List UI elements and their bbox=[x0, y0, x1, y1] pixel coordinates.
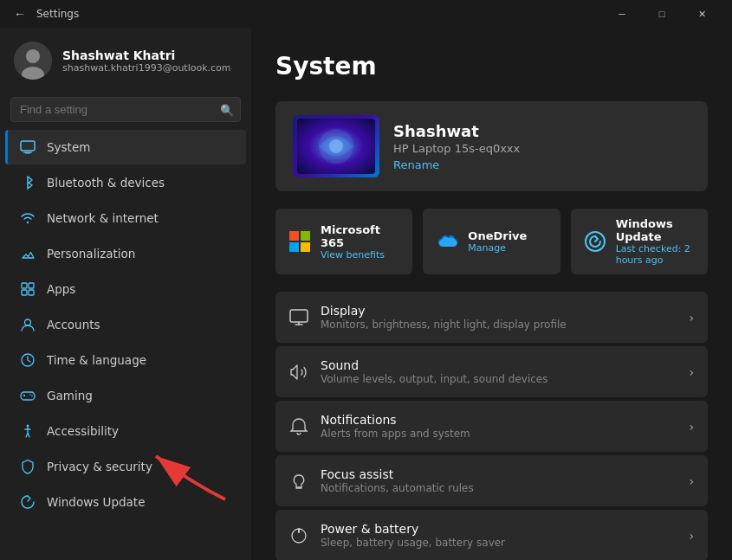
quick-action-ms365[interactable]: Microsoft 365 View benefits bbox=[275, 209, 412, 274]
settings-item-power[interactable]: Power & battery Sleep, battery usage, ba… bbox=[275, 510, 708, 560]
page-title: System bbox=[275, 52, 708, 80]
settings-item-focus[interactable]: Focus assist Notifications, automatic ru… bbox=[275, 455, 708, 506]
sidebar-item-accessibility[interactable]: Accessibility bbox=[5, 414, 246, 448]
onedrive-subtitle[interactable]: Manage bbox=[468, 242, 527, 254]
focus-text: Focus assist Notifications, automatic ru… bbox=[321, 467, 677, 494]
display-title: Display bbox=[321, 304, 677, 318]
sidebar-item-bluetooth[interactable]: Bluetooth & devices bbox=[5, 165, 246, 200]
window-controls: ─ □ ✕ bbox=[602, 0, 722, 28]
sidebar-item-personalization[interactable]: Personalization bbox=[5, 236, 246, 271]
app-title: Settings bbox=[36, 8, 79, 20]
svg-rect-8 bbox=[29, 283, 34, 288]
close-button[interactable]: ✕ bbox=[682, 0, 722, 28]
content-area: System bbox=[251, 28, 732, 560]
focus-title: Focus assist bbox=[321, 467, 677, 481]
accounts-icon bbox=[19, 316, 36, 333]
power-title: Power & battery bbox=[321, 522, 677, 536]
svg-rect-7 bbox=[22, 283, 27, 288]
svg-point-19 bbox=[27, 425, 29, 428]
main-layout: Shashwat Khatri shashwat.khatri1993@outl… bbox=[0, 28, 732, 560]
settings-item-notifications[interactable]: Notifications Alerts from apps and syste… bbox=[275, 401, 708, 452]
system-icon bbox=[19, 138, 36, 156]
winupdate-icon bbox=[583, 229, 607, 254]
gaming-icon bbox=[19, 387, 36, 404]
sidebar-label-time: Time & language bbox=[47, 353, 146, 367]
svg-rect-23 bbox=[289, 231, 299, 241]
settings-item-display[interactable]: Display Monitors, brightness, night ligh… bbox=[275, 292, 708, 343]
svg-point-1 bbox=[26, 49, 40, 63]
user-name: Shashwat Khatri bbox=[62, 48, 231, 62]
accessibility-icon bbox=[19, 422, 36, 440]
svg-rect-28 bbox=[290, 310, 308, 322]
svg-point-11 bbox=[25, 319, 31, 325]
quick-actions: Microsoft 365 View benefits OneDrive bbox=[275, 209, 708, 274]
display-icon bbox=[289, 308, 308, 327]
ms365-subtitle[interactable]: View benefits bbox=[321, 249, 400, 261]
privacy-icon bbox=[19, 458, 36, 475]
chevron-focus-icon: › bbox=[689, 474, 694, 488]
power-text: Power & battery Sleep, battery usage, ba… bbox=[321, 522, 677, 549]
svg-point-17 bbox=[29, 394, 31, 396]
power-desc: Sleep, battery usage, battery saver bbox=[321, 537, 677, 549]
nav-items: System Bluetooth & devices bbox=[0, 129, 251, 560]
rename-link[interactable]: Rename bbox=[393, 158, 520, 171]
quick-action-onedrive[interactable]: OneDrive Manage bbox=[423, 209, 560, 274]
settings-item-sound[interactable]: Sound Volume levels, output, input, soun… bbox=[275, 346, 708, 397]
sidebar-label-privacy: Privacy & security bbox=[47, 460, 152, 473]
svg-rect-9 bbox=[22, 290, 27, 295]
device-card: Shashwat HP Laptop 15s-eq0xxx Rename bbox=[275, 101, 708, 191]
search-bar: 🔍 bbox=[10, 97, 241, 122]
sidebar-label-accounts: Accounts bbox=[47, 318, 100, 331]
sound-text: Sound Volume levels, output, input, soun… bbox=[321, 358, 677, 385]
avatar bbox=[14, 42, 52, 80]
device-model: HP Laptop 15s-eq0xxx bbox=[393, 142, 520, 155]
sidebar-label-personalization: Personalization bbox=[47, 247, 135, 261]
search-input[interactable] bbox=[10, 97, 241, 122]
back-button[interactable]: ← bbox=[10, 3, 29, 24]
sidebar-item-network[interactable]: Network & internet bbox=[5, 201, 246, 235]
notifications-text: Notifications Alerts from apps and syste… bbox=[321, 413, 677, 440]
sidebar-label-system: System bbox=[47, 140, 90, 154]
quick-action-winupdate[interactable]: Windows Update Last checked: 2 hours ago bbox=[571, 209, 708, 274]
network-icon bbox=[19, 209, 36, 227]
chevron-display-icon: › bbox=[689, 311, 694, 325]
settings-window: ← Settings ─ □ ✕ Shashwat Khatri bbox=[0, 0, 732, 560]
chevron-notifications-icon: › bbox=[689, 420, 694, 434]
svg-rect-3 bbox=[21, 141, 35, 151]
sidebar-item-accounts[interactable]: Accounts bbox=[5, 307, 246, 342]
sound-desc: Volume levels, output, input, sound devi… bbox=[321, 373, 677, 385]
notifications-title: Notifications bbox=[321, 413, 677, 427]
device-name: Shashwat bbox=[393, 122, 520, 140]
title-bar: ← Settings ─ □ ✕ bbox=[0, 0, 732, 28]
sound-icon bbox=[289, 363, 308, 382]
svg-rect-24 bbox=[301, 231, 310, 241]
time-icon bbox=[19, 351, 36, 369]
maximize-button[interactable]: □ bbox=[642, 0, 682, 28]
sidebar-label-network: Network & internet bbox=[47, 211, 159, 225]
winupdate-subtitle: Last checked: 2 hours ago bbox=[616, 243, 696, 266]
settings-list: Display Monitors, brightness, night ligh… bbox=[275, 292, 708, 560]
user-email: shashwat.khatri1993@outlook.com bbox=[62, 62, 231, 74]
update-icon bbox=[19, 493, 36, 511]
notifications-icon bbox=[289, 417, 308, 436]
device-info: Shashwat HP Laptop 15s-eq0xxx Rename bbox=[393, 122, 520, 171]
user-section[interactable]: Shashwat Khatri shashwat.khatri1993@outl… bbox=[0, 28, 251, 93]
sidebar-item-apps[interactable]: Apps bbox=[5, 272, 246, 306]
sidebar-item-update[interactable]: Windows Update bbox=[5, 485, 246, 519]
sidebar-item-gaming[interactable]: Gaming bbox=[5, 378, 246, 413]
sidebar-label-apps: Apps bbox=[47, 282, 75, 296]
sidebar-item-time[interactable]: Time & language bbox=[5, 343, 246, 377]
minimize-button[interactable]: ─ bbox=[602, 0, 642, 28]
sidebar-item-privacy[interactable]: Privacy & security bbox=[5, 449, 246, 484]
notifications-desc: Alerts from apps and system bbox=[321, 428, 677, 440]
sound-title: Sound bbox=[321, 358, 677, 372]
power-icon bbox=[289, 526, 308, 545]
bluetooth-icon bbox=[19, 174, 36, 191]
svg-rect-10 bbox=[29, 290, 34, 295]
onedrive-text: OneDrive Manage bbox=[468, 229, 527, 254]
sidebar-label-bluetooth: Bluetooth & devices bbox=[47, 176, 165, 190]
display-desc: Monitors, brightness, night light, displ… bbox=[321, 319, 677, 331]
sidebar-item-system[interactable]: System bbox=[5, 130, 246, 164]
svg-rect-25 bbox=[289, 242, 299, 252]
ms365-title: Microsoft 365 bbox=[321, 223, 400, 249]
